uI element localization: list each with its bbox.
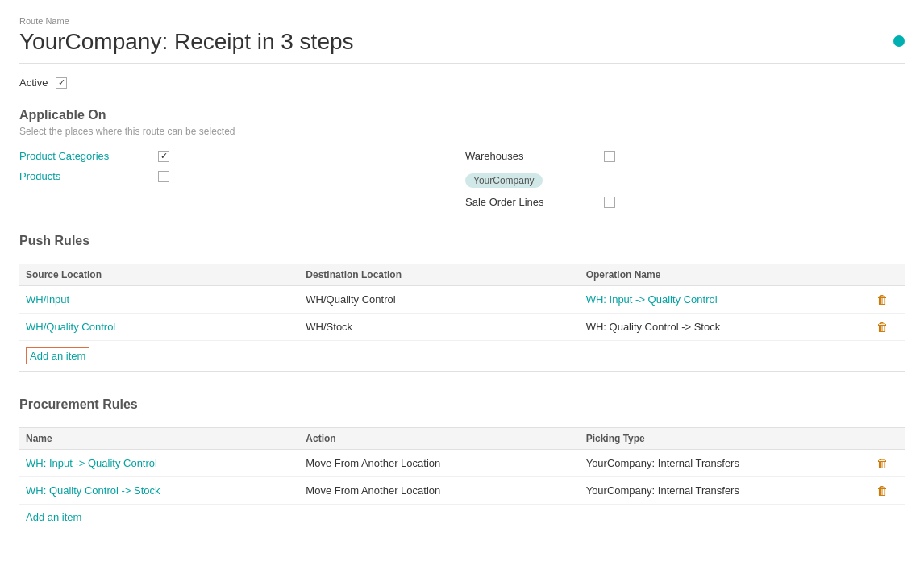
push-col-source: Source Location [26, 269, 306, 281]
products-row: Products [19, 170, 459, 182]
proc-row2-action: Move From Another Location [306, 484, 585, 497]
push-rules-title: Push Rules [19, 234, 905, 248]
push-row1-dest: WH/Quality Control [306, 293, 585, 306]
push-rules-header: Source Location Destination Location Ope… [19, 264, 905, 286]
push-add-item-link[interactable]: Add an item [26, 347, 89, 364]
push-row1-operation[interactable]: WH: Input -> Quality Control [586, 293, 866, 306]
proc-row1-picking: YourCompany: Internal Transfers [586, 457, 866, 469]
route-name-label: Route Name YourCompany: Receipt in 3 ste… [19, 16, 905, 64]
push-row2-delete-icon[interactable]: 🗑 [866, 320, 898, 334]
applicable-left: Product Categories Products [19, 150, 459, 208]
push-rules-section: Push Rules Source Location Destination L… [19, 234, 905, 372]
active-row: Active [19, 77, 905, 89]
sale-order-lines-checkbox[interactable] [604, 197, 615, 208]
applicable-on-title: Applicable On [19, 108, 905, 123]
procurement-add-item-link[interactable]: Add an item [26, 511, 81, 523]
sale-order-lines-row: Sale Order Lines [465, 196, 905, 208]
table-row: WH: Input -> Quality Control Move From A… [19, 450, 905, 477]
products-link[interactable]: Products [19, 170, 148, 182]
push-add-item-row: Add an item [19, 341, 905, 372]
applicable-on-section: Applicable On Select the places where th… [19, 108, 905, 208]
proc-col-action: Action [306, 433, 585, 444]
push-row1-source[interactable]: WH/Input [26, 293, 306, 306]
table-row: WH: Quality Control -> Stock Move From A… [19, 477, 905, 505]
table-row: WH/Input WH/Quality Control WH: Input ->… [19, 286, 905, 314]
active-checkbox[interactable] [56, 77, 67, 89]
procurement-rules-section: Procurement Rules Name Action Picking Ty… [19, 397, 905, 530]
warehouses-row: Warehouses [465, 150, 905, 162]
push-col-dest: Destination Location [306, 269, 585, 281]
warehouse-tag-row: YourCompany [465, 170, 905, 188]
active-label: Active [19, 77, 48, 89]
applicable-right: Warehouses YourCompany Sale Order Lines [465, 150, 905, 208]
proc-row1-name[interactable]: WH: Input -> Quality Control [26, 457, 306, 469]
proc-col-name: Name [26, 433, 306, 444]
product-categories-row: Product Categories [19, 150, 459, 162]
proc-row1-action: Move From Another Location [306, 457, 585, 469]
product-categories-checkbox[interactable] [158, 151, 169, 162]
procurement-add-item-row: Add an item [19, 505, 905, 530]
push-row1-delete-icon[interactable]: 🗑 [866, 293, 898, 306]
route-title: YourCompany: Receipt in 3 steps [19, 29, 905, 64]
applicable-on-subtitle: Select the places where this route can b… [19, 126, 905, 137]
proc-row2-delete-icon[interactable]: 🗑 [866, 484, 898, 497]
applicable-on-grid: Product Categories Products Warehouses Y… [19, 150, 905, 208]
warehouses-label: Warehouses [465, 150, 594, 162]
proc-row2-name[interactable]: WH: Quality Control -> Stock [26, 484, 306, 497]
proc-col-picking: Picking Type [586, 433, 866, 444]
proc-row1-delete-icon[interactable]: 🗑 [866, 456, 898, 470]
status-dot-icon [893, 35, 905, 47]
push-col-operation: Operation Name [586, 269, 866, 281]
warehouse-tag: YourCompany [465, 173, 543, 188]
push-row2-operation: WH: Quality Control -> Stock [586, 321, 866, 333]
proc-row2-picking: YourCompany: Internal Transfers [586, 484, 866, 497]
table-row: WH/Quality Control WH/Stock WH: Quality … [19, 314, 905, 341]
warehouses-checkbox[interactable] [604, 151, 615, 162]
products-checkbox[interactable] [158, 171, 169, 182]
procurement-rules-header: Name Action Picking Type [19, 427, 905, 450]
push-row2-source[interactable]: WH/Quality Control [26, 321, 306, 333]
push-row2-dest: WH/Stock [306, 321, 585, 333]
procurement-rules-title: Procurement Rules [19, 397, 905, 412]
product-categories-link[interactable]: Product Categories [19, 150, 148, 162]
sale-order-lines-label: Sale Order Lines [465, 196, 594, 208]
